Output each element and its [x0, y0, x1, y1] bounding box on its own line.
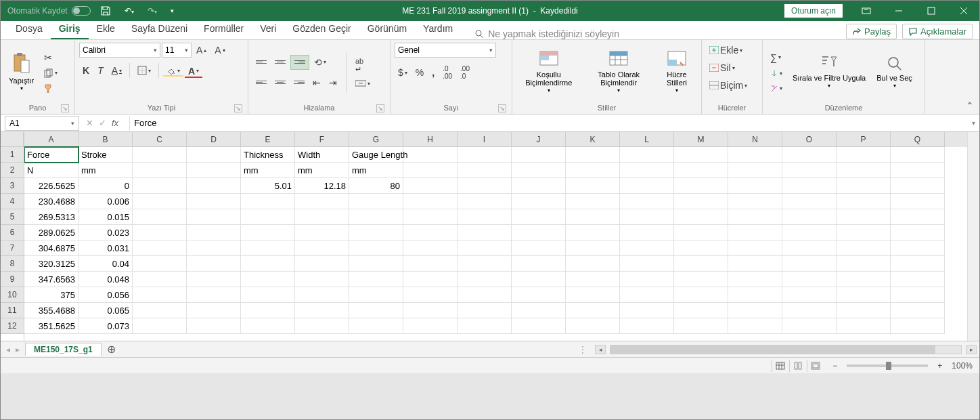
cell[interactable] [728, 287, 782, 303]
cell[interactable]: mm [349, 163, 403, 178]
cell[interactable] [782, 163, 837, 178]
cell[interactable] [187, 147, 241, 163]
cell[interactable] [782, 209, 837, 225]
column-header[interactable]: L [620, 132, 674, 147]
fill-color-button[interactable]: ▾ [163, 65, 183, 77]
close-icon[interactable] [948, 1, 979, 21]
cell[interactable] [728, 272, 782, 287]
hscroll-right-icon[interactable]: ▸ [966, 345, 977, 354]
dialog-launcher-icon[interactable]: ↘ [61, 104, 69, 112]
cell[interactable] [512, 209, 566, 225]
normal-view-icon[interactable] [772, 360, 788, 372]
cell[interactable] [512, 194, 566, 209]
cell[interactable] [133, 256, 187, 272]
cell[interactable] [782, 272, 837, 287]
cell[interactable]: 347.6563 [24, 272, 79, 287]
cell[interactable] [891, 163, 945, 178]
cell[interactable] [728, 303, 782, 318]
cell[interactable] [403, 272, 458, 287]
cell[interactable]: Gauge Length [349, 147, 403, 163]
cell[interactable]: 12.18 [295, 178, 349, 194]
cell[interactable] [403, 147, 458, 163]
align-middle-icon[interactable] [271, 56, 289, 69]
cell[interactable]: Stroke [79, 147, 133, 163]
cell[interactable] [295, 303, 349, 318]
cell[interactable]: 0 [79, 178, 133, 194]
cell[interactable] [403, 240, 458, 256]
column-header[interactable]: C [133, 132, 187, 147]
cell[interactable] [782, 240, 837, 256]
cell[interactable] [512, 287, 566, 303]
cell[interactable]: 269.5313 [24, 209, 79, 225]
cell[interactable] [566, 287, 620, 303]
column-header[interactable]: J [512, 132, 566, 147]
cell[interactable] [837, 178, 891, 194]
autosum-button[interactable]: ∑ ▾ [767, 50, 786, 65]
cell[interactable] [728, 147, 782, 163]
align-center-icon[interactable] [271, 76, 289, 89]
cell[interactable] [187, 194, 241, 209]
cell[interactable] [728, 240, 782, 256]
italic-button[interactable]: T [94, 63, 107, 78]
column-header[interactable]: K [566, 132, 620, 147]
ribbon-tab-formüller[interactable]: Formüller [196, 19, 252, 39]
cell[interactable] [133, 240, 187, 256]
cell[interactable]: mm [79, 163, 133, 178]
column-header[interactable]: N [728, 132, 782, 147]
column-header[interactable]: M [674, 132, 728, 147]
cell[interactable] [458, 194, 512, 209]
cell[interactable] [674, 225, 728, 240]
cell[interactable] [295, 209, 349, 225]
cell[interactable] [891, 147, 945, 163]
cell[interactable] [837, 163, 891, 178]
sort-filter-button[interactable]: Sırala ve Filtre Uygula▾ [788, 54, 870, 91]
cell[interactable] [782, 194, 837, 209]
cell[interactable]: 0.048 [79, 272, 133, 287]
cell[interactable] [458, 147, 512, 163]
cell[interactable] [458, 225, 512, 240]
increase-decimal-icon[interactable]: .0.00 [439, 63, 455, 82]
cell[interactable] [512, 272, 566, 287]
cell[interactable] [620, 147, 674, 163]
cell[interactable]: 0.015 [79, 209, 133, 225]
name-box[interactable]: A1▾ [5, 116, 79, 131]
save-icon[interactable] [96, 3, 115, 19]
cell[interactable] [620, 163, 674, 178]
cell[interactable]: 355.4688 [24, 303, 79, 318]
ribbon-tab-dosya[interactable]: Dosya [7, 19, 51, 39]
row-header[interactable]: 4 [1, 194, 24, 209]
sign-in-button[interactable]: Oturum açın [784, 4, 843, 18]
hscroll-left-icon[interactable]: ◂ [595, 345, 606, 354]
zoom-out-button[interactable]: − [830, 361, 840, 371]
cell[interactable]: 320.3125 [24, 256, 79, 272]
cell[interactable] [891, 225, 945, 240]
cell[interactable] [133, 147, 187, 163]
cell[interactable] [403, 287, 458, 303]
ribbon-tab-veri[interactable]: Veri [252, 19, 284, 39]
column-header[interactable]: O [782, 132, 837, 147]
cell[interactable]: Width [295, 147, 349, 163]
cancel-formula-icon[interactable]: ✕ [86, 118, 93, 128]
cell[interactable]: 0.031 [79, 240, 133, 256]
cell[interactable] [403, 318, 458, 334]
cell[interactable] [187, 303, 241, 318]
cell[interactable] [674, 194, 728, 209]
cell[interactable] [403, 225, 458, 240]
cell[interactable] [566, 178, 620, 194]
cell[interactable] [458, 272, 512, 287]
column-header[interactable]: D [187, 132, 241, 147]
cell[interactable] [891, 178, 945, 194]
row-header[interactable]: 8 [1, 256, 24, 272]
find-select-button[interactable]: Bul ve Seç▾ [872, 54, 916, 91]
row-header[interactable]: 6 [1, 225, 24, 240]
cell[interactable] [458, 240, 512, 256]
sheet-nav-next-icon[interactable]: ▸ [16, 345, 20, 354]
cell[interactable] [837, 287, 891, 303]
cell[interactable] [187, 178, 241, 194]
cell[interactable] [458, 163, 512, 178]
cell[interactable] [837, 272, 891, 287]
cell[interactable] [566, 240, 620, 256]
cell[interactable] [674, 303, 728, 318]
cell[interactable] [674, 256, 728, 272]
decrease-decimal-icon[interactable]: .00.0 [457, 63, 473, 82]
